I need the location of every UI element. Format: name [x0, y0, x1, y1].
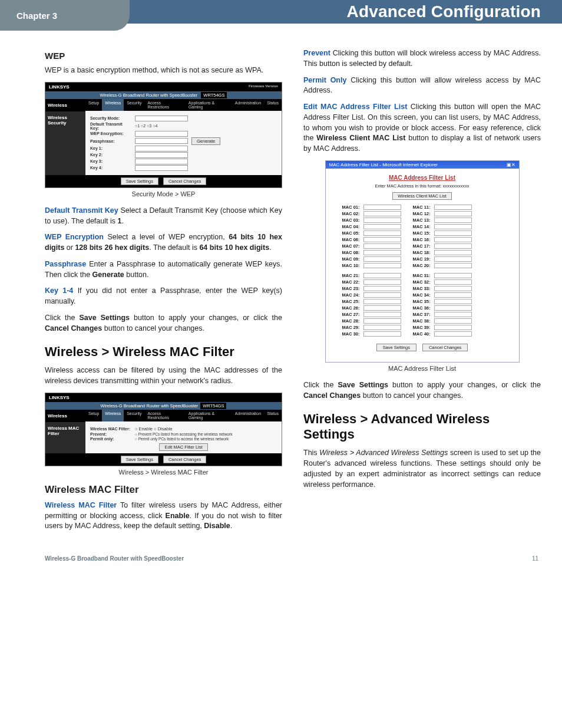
- tab2-security[interactable]: Security: [124, 410, 144, 421]
- para-save2: Click the Save Settings button to apply …: [303, 380, 541, 401]
- mac-input[interactable]: [434, 250, 472, 255]
- mac-input[interactable]: [434, 230, 472, 236]
- mac-input[interactable]: [434, 312, 472, 317]
- tab2-setup[interactable]: Setup: [85, 410, 102, 421]
- mac-input[interactable]: [434, 305, 472, 311]
- term-edit-mac: Edit MAC Address Filter List: [303, 103, 407, 111]
- mac-label: MAC 12:: [405, 211, 431, 216]
- mac-label: MAC 11:: [405, 205, 431, 210]
- input-pass[interactable]: [135, 138, 188, 144]
- tab-access[interactable]: Access Restrictions: [144, 99, 185, 111]
- mac-input[interactable]: [363, 292, 401, 298]
- radios-wmf[interactable]: ○ Enable ○ Disable: [135, 426, 173, 431]
- brand-logo-2: LINKSYS: [49, 395, 70, 400]
- mac-save-button[interactable]: Save Settings: [376, 344, 416, 351]
- tab-admin[interactable]: Administration: [232, 99, 264, 111]
- mac-input[interactable]: [434, 273, 472, 278]
- left-column: WEP WEP is a basic encryption method, wh…: [45, 48, 282, 538]
- tab2-admin[interactable]: Administration: [232, 410, 264, 421]
- mac-label: MAC 34:: [405, 292, 431, 298]
- radio-permit[interactable]: ○ Permit only PCs listed to access the w…: [135, 437, 229, 441]
- lbl-k3: Key 3:: [90, 159, 131, 163]
- cancel-button-2[interactable]: Cancel Changes: [163, 456, 206, 463]
- panel-label-2: Wireless MAC Filter: [45, 422, 85, 453]
- mac-input[interactable]: [434, 331, 472, 337]
- mac-input[interactable]: [363, 256, 401, 262]
- term-default-key: Default Transmit Key: [45, 206, 118, 215]
- radios-defkey[interactable]: ○1 ○2 ○3 ○4: [135, 124, 157, 128]
- tab-status[interactable]: Status: [264, 99, 282, 111]
- mac-list-heading: MAC Address Filter List: [334, 174, 511, 181]
- mac-input[interactable]: [363, 205, 401, 210]
- mac-input[interactable]: [363, 312, 401, 317]
- mac-input[interactable]: [363, 237, 401, 242]
- save-button[interactable]: Save Settings: [121, 177, 158, 185]
- mac-input[interactable]: [363, 318, 401, 324]
- mac-input[interactable]: [434, 299, 472, 304]
- mac-input[interactable]: [434, 318, 472, 324]
- tab2-apps[interactable]: Applications & Gaming: [186, 410, 232, 421]
- mac-input[interactable]: [434, 325, 472, 330]
- tab-apps[interactable]: Applications & Gaming: [186, 99, 232, 111]
- mac-input[interactable]: [434, 211, 472, 216]
- wireless-client-list-button[interactable]: Wireless Client MAC List: [392, 192, 452, 200]
- mac-input[interactable]: [434, 237, 472, 242]
- select-wepenc[interactable]: [135, 131, 188, 137]
- mac-input[interactable]: [434, 224, 472, 229]
- mac-input[interactable]: [434, 292, 472, 298]
- mac-input[interactable]: [363, 263, 401, 268]
- edit-mac-list-button[interactable]: Edit MAC Filter List: [159, 443, 207, 451]
- input-k4[interactable]: [135, 165, 188, 171]
- mac-input[interactable]: [363, 250, 401, 255]
- save-button-2[interactable]: Save Settings: [121, 456, 158, 463]
- generate-button[interactable]: Generate: [191, 137, 220, 145]
- mac-input[interactable]: [363, 331, 401, 337]
- tab2-wireless[interactable]: Wireless: [102, 410, 124, 421]
- tab-setup[interactable]: Setup: [85, 99, 102, 111]
- tab2-access[interactable]: Access Restrictions: [144, 410, 185, 421]
- mac-label: MAC 02:: [334, 211, 360, 216]
- tab-security[interactable]: Security: [124, 99, 144, 111]
- window-controls-icon[interactable]: ▣✕: [507, 162, 515, 167]
- input-k3[interactable]: [135, 159, 188, 164]
- input-k2[interactable]: [135, 152, 188, 158]
- mac-label: MAC 15:: [405, 230, 431, 236]
- mac-label: MAC 38:: [405, 318, 431, 324]
- mac-label: MAC 09:: [334, 256, 360, 262]
- input-k1[interactable]: [135, 146, 188, 151]
- mac-input[interactable]: [434, 256, 472, 262]
- mac-input[interactable]: [363, 273, 401, 278]
- mac-input[interactable]: [363, 230, 401, 236]
- mac-label: MAC 35:: [405, 299, 431, 304]
- tab2-status[interactable]: Status: [264, 410, 282, 421]
- mac-input[interactable]: [434, 279, 472, 285]
- wep-heading: WEP: [45, 51, 282, 61]
- mac-input[interactable]: [363, 305, 401, 311]
- screenshot-mac-list: MAC Address Filter List - Microsoft Inte…: [325, 160, 520, 363]
- tab-wireless[interactable]: Wireless: [102, 99, 124, 111]
- mac-cancel-button[interactable]: Cancel Changes: [422, 344, 468, 351]
- cancel-button[interactable]: Cancel Changes: [163, 177, 206, 185]
- mac-label: MAC 21:: [334, 273, 360, 278]
- mac-input[interactable]: [363, 325, 401, 330]
- mac-input[interactable]: [434, 243, 472, 249]
- page-footer: Wireless-G Broadband Router with SpeedBo…: [0, 538, 562, 574]
- mac-input[interactable]: [363, 224, 401, 229]
- mac-input[interactable]: [434, 263, 472, 268]
- select-secmode[interactable]: [135, 116, 188, 121]
- mac-input[interactable]: [434, 205, 472, 210]
- mac-input[interactable]: [363, 218, 401, 223]
- mac-input[interactable]: [434, 218, 472, 223]
- term-wep-enc: WEP Encryption: [45, 233, 104, 241]
- mac-input[interactable]: [363, 211, 401, 216]
- mac-label: MAC 01:: [334, 205, 360, 210]
- radio-prevent[interactable]: ○ Prevent PCs listed from accessing the …: [135, 432, 232, 436]
- mac-input[interactable]: [363, 299, 401, 304]
- subheading-wmf: Wireless MAC Filter: [45, 484, 282, 496]
- mac-input[interactable]: [363, 279, 401, 285]
- term-wmf: Wireless MAC Filter: [45, 501, 117, 509]
- mac-input[interactable]: [434, 286, 472, 291]
- mac-input[interactable]: [363, 286, 401, 291]
- model-badge: WRT54GS: [201, 92, 227, 98]
- mac-input[interactable]: [363, 243, 401, 249]
